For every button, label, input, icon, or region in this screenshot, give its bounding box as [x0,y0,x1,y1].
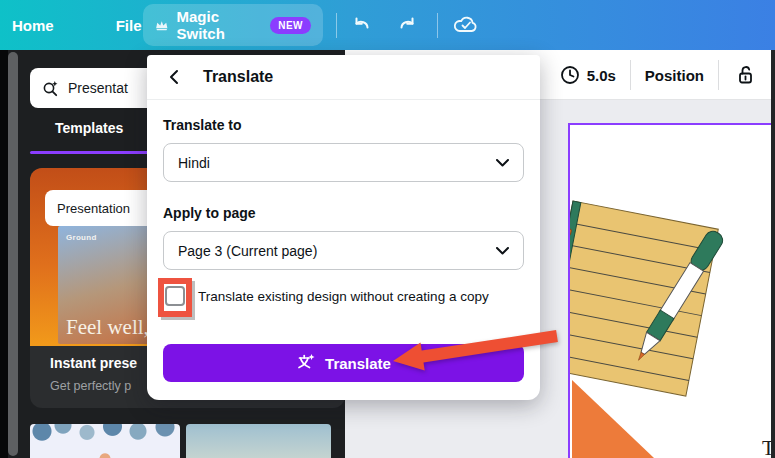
orange-triangle-shape [572,380,654,458]
position-button[interactable]: Position [645,67,704,84]
chevron-down-icon [496,159,509,167]
clock-icon [560,65,580,85]
checkbox-label: Translate existing design without creati… [198,289,489,304]
translate-submit-label: Translate [325,355,391,372]
window-right-border [771,50,775,458]
magic-switch-label: Magic Switch [177,8,263,42]
translate-submit-button[interactable]: Translate [163,344,524,382]
photo-brand-text: Ground [66,233,97,242]
cloud-saved-icon[interactable] [452,13,480,37]
timer-value: 5.0s [587,67,616,84]
translate-panel: Translate Translate to Hindi Apply to pa… [147,55,540,400]
translate-to-label: Translate to [163,117,242,133]
chevron-down-icon [496,247,509,255]
crown-icon [155,19,169,32]
language-select[interactable]: Hindi [163,143,524,182]
magic-switch-button[interactable]: Magic Switch NEW [143,4,323,46]
annotation-highlight-box [158,278,192,317]
topbar-divider [437,13,438,38]
template-thumbnail-floral[interactable] [30,424,180,458]
magic-search-icon [42,80,59,97]
page-text-fragment: T [762,436,771,458]
new-badge: NEW [270,17,311,34]
tab-templates[interactable]: Templates [55,120,123,136]
translate-panel-header: Translate [147,55,540,100]
unlock-icon [733,63,757,87]
search-value: Presentat [68,80,128,96]
page-select[interactable]: Page 3 (Current page) [163,231,524,270]
redo-icon[interactable] [395,13,419,37]
toolbar-divider [718,60,719,90]
position-label: Position [645,67,704,84]
topbar-divider [336,13,337,38]
photo-caption-text: Feel well, [66,315,149,340]
back-button[interactable] [163,65,187,89]
copy-option-row: Translate existing design without creati… [165,286,489,306]
sidebar-scrollbar[interactable] [8,52,18,456]
sidebar-edge [0,50,8,458]
lock-button[interactable] [733,63,757,87]
panel-title: Translate [203,68,273,86]
main-menu-bar: Home File Magic Switch NEW [0,0,775,50]
toolbar-divider [630,60,631,90]
language-value: Hindi [178,155,210,171]
template-card-subtitle: Get perfectly p [50,379,131,393]
chevron-left-icon [167,69,183,85]
app-window: T f w l m 5.0s Position [0,0,775,458]
menu-home[interactable]: Home [0,17,68,34]
page-select-value: Page 3 (Current page) [178,243,317,259]
apply-to-page-label: Apply to page [163,205,256,221]
undo-icon[interactable] [350,13,374,37]
template-card-title: Instant prese [50,355,137,371]
template-thumbnail-landscape[interactable] [186,424,331,458]
translate-icon [296,353,316,373]
timer-button[interactable]: 5.0s [560,65,616,85]
